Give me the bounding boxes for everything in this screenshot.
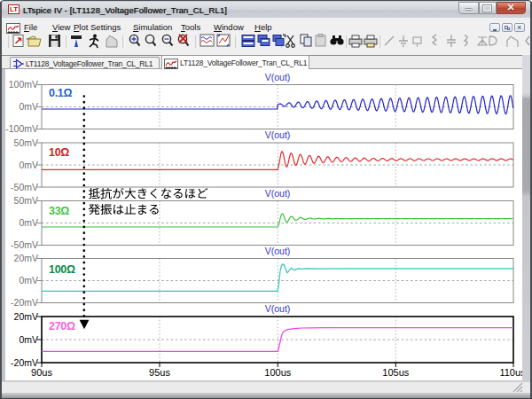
svg-text:0.1Ω: 0.1Ω bbox=[49, 87, 72, 99]
svg-text:100us: 100us bbox=[264, 367, 291, 378]
svg-text:0mV: 0mV bbox=[19, 217, 38, 228]
svg-text:V(out): V(out) bbox=[265, 72, 291, 82]
svg-text:20mV: 20mV bbox=[14, 253, 38, 263]
svg-text:100Ω: 100Ω bbox=[49, 263, 75, 276]
svg-text:90us: 90us bbox=[31, 367, 52, 378]
svg-text:-50mV: -50mV bbox=[11, 182, 38, 192]
svg-text:0mV: 0mV bbox=[19, 275, 38, 286]
svg-text:-100mV: -100mV bbox=[5, 123, 38, 134]
svg-text:10Ω: 10Ω bbox=[49, 146, 69, 159]
svg-text:0mV: 0mV bbox=[19, 101, 38, 112]
svg-text:V(out): V(out) bbox=[265, 188, 291, 199]
svg-text:20mV: 20mV bbox=[14, 311, 38, 322]
svg-text:0mV: 0mV bbox=[19, 334, 38, 345]
svg-text:V(out): V(out) bbox=[265, 303, 291, 314]
svg-text:-20mV: -20mV bbox=[11, 297, 38, 308]
svg-text:-50mV: -50mV bbox=[11, 239, 38, 250]
svg-text:V(out): V(out) bbox=[265, 246, 291, 256]
svg-text:95us: 95us bbox=[149, 367, 170, 378]
svg-text:V(out): V(out) bbox=[265, 129, 291, 140]
svg-text:50mV: 50mV bbox=[14, 137, 38, 148]
svg-text:0mV: 0mV bbox=[19, 160, 38, 170]
svg-text:270Ω: 270Ω bbox=[49, 320, 75, 332]
svg-text:-20mV: -20mV bbox=[11, 357, 38, 368]
svg-text:33Ω: 33Ω bbox=[49, 205, 69, 217]
svg-text:100mV: 100mV bbox=[9, 79, 38, 90]
svg-text:105us: 105us bbox=[382, 367, 409, 378]
svg-text:50mV: 50mV bbox=[14, 195, 38, 206]
